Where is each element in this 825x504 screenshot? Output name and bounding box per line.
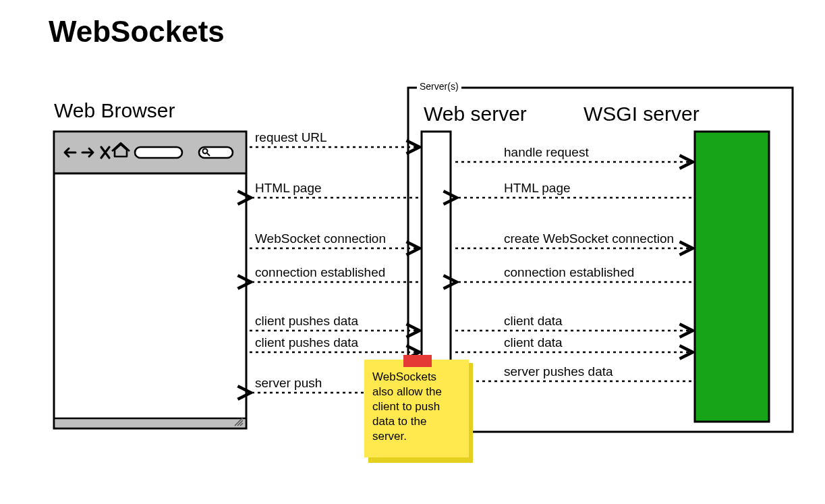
label-html-page-right: HTML page xyxy=(504,181,571,196)
sticky-line-2: also allow the xyxy=(372,385,442,399)
wsgi-server-lane xyxy=(695,132,769,422)
label-conn-established-right: connection established xyxy=(504,265,634,280)
label-ws-connection: WebSocket connection xyxy=(255,231,386,246)
diagram-stage: WebSockets Web Browser Web server WSGI s… xyxy=(0,0,825,504)
label-client-push-1: client pushes data xyxy=(255,314,358,329)
url-bar xyxy=(135,147,182,158)
svg-rect-0 xyxy=(54,132,246,428)
label-client-data-1: client data xyxy=(504,314,563,329)
sticky-line-4: data to the xyxy=(372,414,426,429)
tape-icon xyxy=(403,355,432,367)
label-request-url: request URL xyxy=(255,130,327,145)
label-html-page-left: HTML page xyxy=(255,181,322,196)
label-create-ws: create WebSocket connection xyxy=(504,231,674,246)
label-server-pushes-data: server pushes data xyxy=(504,364,613,379)
label-handle-request: handle request xyxy=(504,145,589,160)
browser-window xyxy=(54,132,246,428)
sticky-line-3: client to push xyxy=(372,399,440,414)
sticky-line-1: WebSockets xyxy=(372,370,436,385)
svg-rect-3 xyxy=(55,418,245,427)
label-client-push-2: client pushes data xyxy=(255,335,358,350)
label-conn-established-left: connection established xyxy=(255,265,385,280)
sticky-line-5: server. xyxy=(372,429,407,444)
servers-box-label: Server(s) xyxy=(417,81,461,92)
label-server-push-left: server push xyxy=(255,376,322,391)
label-client-data-2: client data xyxy=(504,335,563,350)
